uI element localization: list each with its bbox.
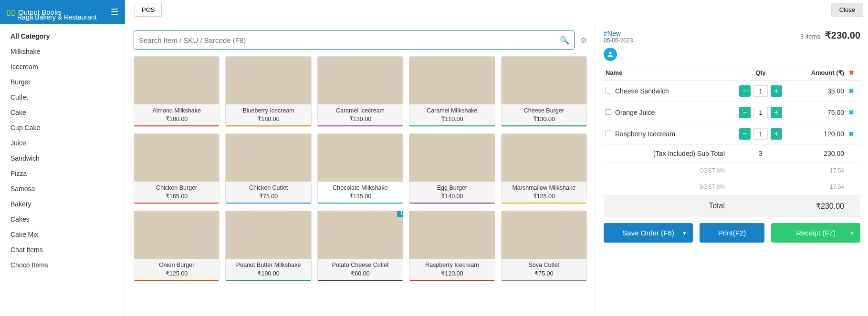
category-item[interactable]: Bakery — [0, 196, 125, 212]
close-button[interactable]: Close — [831, 3, 863, 17]
product-price: ₹180.00 — [226, 115, 311, 125]
category-item[interactable]: Samosa — [0, 181, 125, 196]
category-item[interactable]: Icecream — [0, 59, 125, 74]
accent-bar — [318, 280, 403, 281]
tax-amount: 17.54 — [787, 167, 844, 174]
category-item[interactable]: Milkshake — [0, 44, 125, 59]
category-item[interactable]: Cutlet — [0, 90, 125, 105]
print-button[interactable]: Print(F2) — [700, 223, 764, 243]
chevron-down-icon: ▼ — [682, 230, 687, 236]
product-card[interactable]: Caramel Milkshake ₹110.00 — [409, 56, 495, 127]
remove-line-icon[interactable]: ✖ — [848, 109, 854, 116]
product-card[interactable]: Chicken Cutlet ₹75.00 — [225, 133, 311, 204]
product-area: 🔍 ⚙ Almond Milkshake ₹180.00 Blueberry I… — [125, 24, 596, 316]
qty-plus-button[interactable]: + — [771, 128, 782, 140]
cart-panel: #New 05-05-2023 3 items ₹230.00 Name Qty… — [596, 24, 868, 316]
product-card[interactable]: Chicken Burger ₹165.00 — [134, 133, 220, 204]
product-price: ₹110.00 — [409, 115, 494, 125]
tax-row: CGST 9%17.54 — [604, 163, 860, 179]
search-icon[interactable]: 🔍 — [560, 36, 569, 45]
category-item[interactable]: Juice — [0, 135, 125, 151]
remove-line-icon[interactable]: ✖ — [848, 87, 854, 95]
product-card[interactable]: 1 Potato Cheese Cutlet ₹60.00 — [317, 211, 403, 281]
product-card[interactable]: Raspberry Icecream ₹120.00 — [409, 211, 495, 281]
product-price: ₹130.00 — [502, 115, 586, 125]
qty-minus-button[interactable]: − — [739, 107, 751, 118]
product-card[interactable]: Egg Burger ₹140.00 — [409, 133, 495, 204]
accent-bar — [502, 280, 586, 281]
product-card[interactable]: Soya Cutlet ₹75.00 — [501, 211, 587, 281]
product-card[interactable]: Almond Milkshake ₹180.00 — [134, 56, 220, 127]
clear-all-icon[interactable]: ✖ — [849, 69, 854, 76]
cart-line: Orange Juice − + 75.00 ✖ — [604, 102, 860, 123]
product-name: Caramel Icecream — [318, 104, 403, 115]
product-image — [409, 57, 494, 104]
product-card[interactable]: Peanut Butter Milkshake ₹190.00 — [225, 211, 311, 281]
qty-plus-button[interactable]: + — [771, 107, 782, 118]
company-name: Raga Bakery & Restaurant — [17, 13, 97, 21]
product-price: ₹125.00 — [134, 270, 219, 280]
product-name: Caramel Milkshake — [409, 104, 494, 115]
product-card[interactable]: Caramel Icecream ₹130.00 — [317, 56, 403, 127]
qty-input[interactable] — [753, 107, 768, 118]
line-name: Raspberry Icecream — [615, 130, 675, 138]
tax-amount: 17.54 — [787, 183, 844, 190]
product-card[interactable]: Cheese Burger ₹130.00 — [501, 56, 587, 127]
category-item[interactable]: Sandwich — [0, 151, 125, 166]
product-price: ₹180.00 — [134, 115, 219, 125]
product-card[interactable]: Blueberry Icecream ₹180.00 — [225, 56, 311, 127]
product-name: Almond Milkshake — [134, 104, 219, 115]
customer-avatar-icon[interactable] — [604, 48, 617, 61]
product-image — [226, 134, 311, 182]
veg-indicator-icon — [606, 131, 611, 136]
qty-minus-button[interactable]: − — [739, 85, 751, 97]
accent-bar — [134, 280, 219, 281]
grand-total: ₹230.00 — [825, 30, 860, 41]
category-item[interactable]: Cakes — [0, 212, 125, 227]
product-name: Chocolate Milkshake — [318, 182, 403, 193]
qty-plus-button[interactable]: + — [771, 85, 782, 97]
product-name: Egg Burger — [409, 182, 494, 193]
line-name: Orange Juice — [615, 109, 655, 116]
col-amount: Amount (₹) — [787, 69, 844, 76]
qty-minus-button[interactable]: − — [739, 128, 751, 140]
product-image — [134, 57, 219, 104]
product-card[interactable]: Chocolate Milkshake ₹135.00 — [317, 133, 403, 204]
col-qty: Qty — [734, 69, 787, 76]
product-image — [134, 134, 219, 182]
tax-label: CGST 9% — [606, 167, 734, 174]
order-date: 05-05-2023 — [604, 37, 633, 44]
line-name: Cheese Sandwich — [615, 87, 669, 95]
settings-gear-icon[interactable]: ⚙ — [580, 36, 587, 45]
svg-point-0 — [609, 52, 611, 54]
category-item[interactable]: Choco Items — [0, 257, 125, 273]
remove-line-icon[interactable]: ✖ — [848, 130, 854, 138]
qty-input[interactable] — [753, 128, 768, 140]
veg-indicator-icon — [606, 88, 611, 93]
category-item[interactable]: Cake — [0, 105, 125, 120]
category-item[interactable]: All Category — [0, 29, 125, 44]
tax-row: SGST 9%17.54 — [604, 179, 860, 195]
save-order-label: Save Order (F6) — [622, 229, 674, 237]
search-input[interactable] — [139, 36, 560, 44]
product-name: Marshmallow Milkshake — [502, 182, 586, 193]
receipt-button[interactable]: Receipt (F7) ▼ — [771, 223, 860, 243]
product-name: Cheese Burger — [502, 104, 586, 115]
product-name: Raspberry Icecream — [409, 259, 494, 270]
product-price: ₹75.00 — [226, 193, 311, 203]
qty-input[interactable] — [753, 85, 768, 97]
menu-toggle-icon[interactable]: ☰ — [111, 7, 118, 17]
search-box[interactable]: 🔍 — [134, 31, 575, 50]
product-card[interactable]: Marshmallow Milkshake ₹125.00 — [501, 133, 587, 204]
product-image — [502, 57, 586, 104]
save-order-button[interactable]: Save Order (F6) ▼ — [604, 223, 693, 243]
category-item[interactable]: Pizza — [0, 166, 125, 181]
product-card[interactable]: Onion Burger ₹125.00 — [134, 211, 220, 281]
category-item[interactable]: Cup Cake — [0, 120, 125, 135]
category-item[interactable]: Burger — [0, 74, 125, 90]
pos-tab-button[interactable]: POS — [135, 3, 162, 17]
accent-bar — [226, 280, 311, 281]
accent-bar — [134, 203, 219, 204]
category-item[interactable]: Chat Items — [0, 242, 125, 257]
category-item[interactable]: Cake Mix — [0, 227, 125, 242]
